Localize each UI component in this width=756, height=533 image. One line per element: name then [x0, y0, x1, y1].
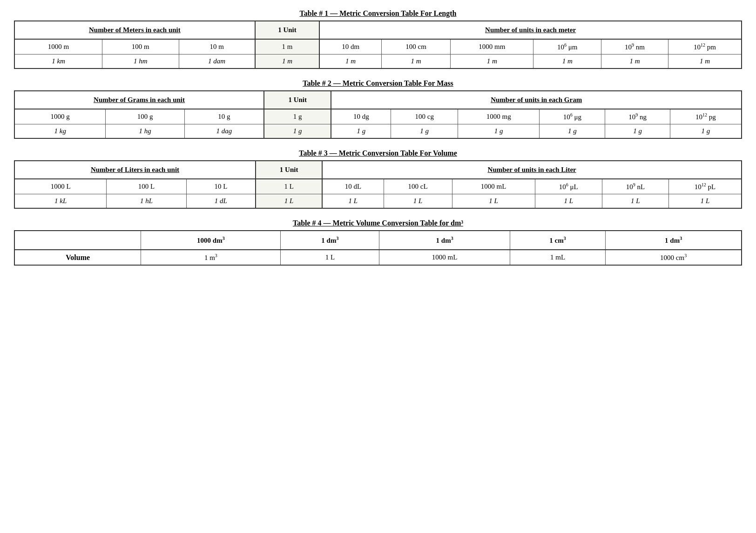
- table4-col4-header: 1 cm3: [510, 231, 605, 250]
- table1-header-row: Number of Meters in each unit 1 Unit Num…: [14, 21, 742, 39]
- table2-left-header: Number of Grams in each unit: [14, 91, 264, 109]
- table3-unit-dL: 1 dL: [186, 194, 256, 209]
- table3-unit-hL: 1 hL: [107, 194, 187, 209]
- table1-left-header-text: Number of Meters in each unit: [89, 26, 181, 34]
- table2-cell-10g: 10 g: [184, 109, 264, 124]
- table2-unit-g2: 1 g: [331, 124, 391, 139]
- table2-unit-row: 1 kg 1 hg 1 dag 1 g 1 g 1 g 1 g 1 g 1 g …: [14, 124, 742, 139]
- table3-cell-100L: 100 L: [107, 179, 187, 194]
- table2-unit-g7: 1 g: [670, 124, 742, 139]
- table2-unit-hg: 1 hg: [106, 124, 184, 139]
- table3-cell-10dL: 10 dL: [322, 179, 384, 194]
- table1-unit-m2: 1 m: [319, 55, 381, 69]
- table1-cell-um: 106 μm: [533, 39, 601, 55]
- table2-right-header-text: Number of units in each Gram: [491, 96, 582, 103]
- table4-col3-header: 1 dm3: [379, 231, 510, 250]
- table3-cell-100cL: 100 cL: [384, 179, 452, 194]
- table2-title: Table # 2 — Metric Conversion Table For …: [14, 79, 742, 88]
- table3-left-header-text: Number of Liters in each unit: [91, 166, 179, 173]
- table2-unit-g4: 1 g: [458, 124, 540, 139]
- table1-left-header: Number of Meters in each unit: [14, 21, 255, 39]
- table3-cell-1L: 1 L: [256, 179, 322, 194]
- table3-cell-1000mL: 1000 mL: [452, 179, 535, 194]
- table2-right-header: Number of units in each Gram: [331, 91, 742, 109]
- table4-1mL: 1 mL: [510, 250, 605, 265]
- table2-cell-pg: 1012 pg: [670, 109, 742, 124]
- table2-cell-1g: 1 g: [264, 109, 331, 124]
- table3-right-header-text: Number of units in each Liter: [488, 166, 576, 173]
- table1-unit-m7: 1 m: [668, 55, 742, 69]
- table4-data-row: Volume 1 m3 1 L 1000 mL 1 mL 1000 cm3: [14, 250, 742, 265]
- table3-unit-label: 1 Unit: [256, 161, 322, 179]
- table3-data-row: 1000 L 100 L 10 L 1 L 10 dL 100 cL 1000 …: [14, 179, 742, 194]
- table4-empty-header: [14, 231, 141, 250]
- table1-title: Table # 1 — Metric Conversion Table For …: [14, 9, 742, 18]
- table2-cell-1000mg: 1000 mg: [458, 109, 540, 124]
- table4-col1-header: 1000 dm3: [141, 231, 281, 250]
- table1-right-header-text: Number of units in each meter: [485, 26, 576, 34]
- table3-unit-kL: 1 kL: [14, 194, 107, 209]
- table4-header-row: 1000 dm3 1 dm3 1 dm3 1 cm3 1 dm3: [14, 231, 742, 250]
- table2-cell-ng: 109 ng: [605, 109, 670, 124]
- table3-unit-L3: 1 L: [384, 194, 452, 209]
- table3-unit-L4: 1 L: [452, 194, 535, 209]
- table4-col2-header: 1 dm3: [281, 231, 379, 250]
- table1-right-header: Number of units in each meter: [319, 21, 742, 39]
- table1-unit-m6: 1 m: [601, 55, 668, 69]
- table4-1L: 1 L: [281, 250, 379, 265]
- table4-1000mL: 1000 mL: [379, 250, 510, 265]
- table3-unit-L7: 1 L: [668, 194, 742, 209]
- table2-unit-kg: 1 kg: [14, 124, 106, 139]
- table1-cell-1m: 1 m: [255, 39, 320, 55]
- table1-cell-10dm: 10 dm: [319, 39, 381, 55]
- table2: Number of Grams in each unit 1 Unit Numb…: [14, 90, 742, 139]
- table2-unit-label: 1 Unit: [264, 91, 331, 109]
- table2-left-header-text: Number of Grams in each unit: [94, 96, 185, 103]
- table3-header-row: Number of Liters in each unit 1 Unit Num…: [14, 161, 742, 179]
- table3-section: Table # 3 — Metric Conversion Table For …: [14, 149, 742, 209]
- table1-unit-row: 1 km 1 hm 1 dam 1 m 1 m 1 m 1 m 1 m 1 m …: [14, 55, 742, 69]
- table4-1m3: 1 m3: [141, 250, 281, 265]
- table2-section: Table # 2 — Metric Conversion Table For …: [14, 79, 742, 139]
- table4-section: Table # 4 — Metric Volume Conversion Tab…: [14, 219, 742, 266]
- table2-cell-ug: 106 μg: [540, 109, 605, 124]
- table4-title: Table # 4 — Metric Volume Conversion Tab…: [14, 219, 742, 227]
- table1-cell-nm: 109 nm: [601, 39, 668, 55]
- table1-cell-pm: 1012 pm: [668, 39, 742, 55]
- table3-cell-pL: 1012 pL: [668, 179, 742, 194]
- table2-cell-100cg: 100 cg: [391, 109, 458, 124]
- table2-cell-100g: 100 g: [106, 109, 184, 124]
- table2-unit-g5: 1 g: [540, 124, 605, 139]
- table3-unit-L6: 1 L: [602, 194, 668, 209]
- table1-cell-100m: 100 m: [102, 39, 179, 55]
- table4-volume-label: Volume: [14, 250, 141, 265]
- table2-unit-g: 1 g: [264, 124, 331, 139]
- table2-cell-10dg: 10 dg: [331, 109, 391, 124]
- table3-unit-L2: 1 L: [322, 194, 384, 209]
- table3-title: Table # 3 — Metric Conversion Table For …: [14, 149, 742, 157]
- table1-unit-label: 1 Unit: [255, 21, 320, 39]
- table3-unit-L5: 1 L: [535, 194, 602, 209]
- table2-unit-g6: 1 g: [605, 124, 670, 139]
- table4-1000cm3: 1000 cm3: [606, 250, 742, 265]
- table1-cell-1000m: 1000 m: [14, 39, 102, 55]
- table2-data-row: 1000 g 100 g 10 g 1 g 10 dg 100 cg 1000 …: [14, 109, 742, 124]
- table4: 1000 dm3 1 dm3 1 dm3 1 cm3 1 dm3 Volume …: [14, 230, 742, 266]
- table3-right-header: Number of units in each Liter: [322, 161, 742, 179]
- table1-cell-100cm: 100 cm: [382, 39, 451, 55]
- table4-col5-header: 1 dm3: [606, 231, 742, 250]
- table1-unit-m: 1 m: [255, 55, 320, 69]
- table1-section: Table # 1 — Metric Conversion Table For …: [14, 9, 742, 69]
- table3-cell-nL: 109 nL: [602, 179, 668, 194]
- table1-unit-dam: 1 dam: [179, 55, 255, 69]
- table2-cell-1000g: 1000 g: [14, 109, 106, 124]
- table1-unit-m5: 1 m: [533, 55, 601, 69]
- table1-cell-1000mm: 1000 mm: [451, 39, 533, 55]
- table3-unit-L: 1 L: [256, 194, 322, 209]
- table1-unit-m4: 1 m: [451, 55, 533, 69]
- table2-unit-g3: 1 g: [391, 124, 458, 139]
- table1-unit-hm: 1 hm: [102, 55, 179, 69]
- table3-left-header: Number of Liters in each unit: [14, 161, 256, 179]
- table3: Number of Liters in each unit 1 Unit Num…: [14, 160, 742, 209]
- table3-cell-uL: 106 μL: [535, 179, 602, 194]
